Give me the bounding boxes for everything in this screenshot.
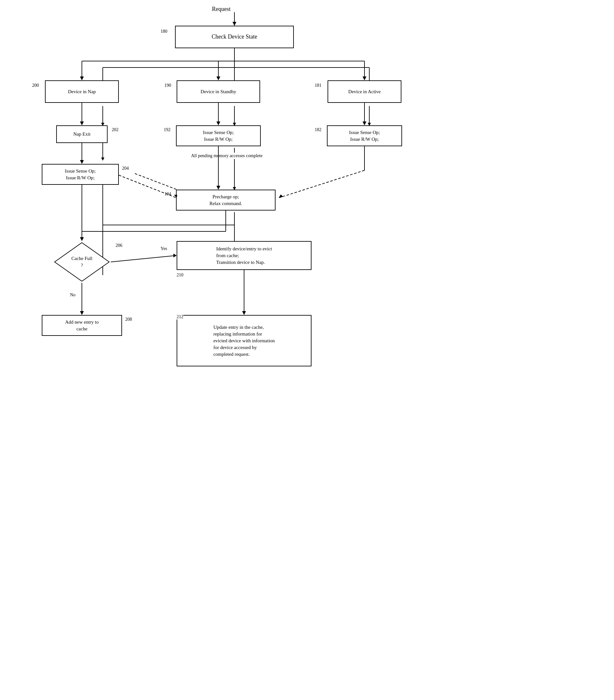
issue-sense-active-box: Issue Sense Op;Issue R/W Op;	[327, 125, 402, 146]
svg-marker-51	[216, 186, 220, 190]
device-nap-box: Device in Nap	[45, 80, 119, 103]
svg-marker-15	[101, 158, 104, 161]
request-label: Request	[212, 6, 231, 13]
device-standby-box: Device in Standby	[177, 80, 260, 103]
issue-sense-standby-box: Issue Sense Op;Issue R/W Op;	[176, 125, 261, 146]
issue-sense-active-text: Issue Sense Op;Issue R/W Op;	[349, 129, 380, 143]
no-label: No	[70, 292, 75, 298]
add-new-box: Add new entry tocache	[42, 315, 122, 336]
svg-line-53	[279, 170, 364, 198]
ref-181: 181	[315, 83, 321, 88]
add-new-text: Add new entry tocache	[65, 319, 99, 332]
ref-204: 204	[122, 166, 129, 171]
flowchart-diagram: Request Check Device State 180 Device in…	[0, 0, 614, 700]
svg-marker-45	[80, 160, 84, 164]
ref-182: 182	[315, 127, 321, 133]
update-entry-text: Update entry in the cache,replacing info…	[213, 324, 274, 358]
issue-sense-nap-box: Issue Sense Op;Issue R/W Op;	[42, 164, 119, 185]
ref-202: 202	[112, 127, 118, 133]
svg-marker-39	[216, 76, 220, 80]
issue-sense-standby-text: Issue Sense Op;Issue R/W Op;	[203, 129, 234, 143]
pending-memory-label: All pending memory accesses complete	[191, 153, 263, 159]
check-device-state-box: Check Device State	[175, 26, 294, 48]
ref-180: 180	[161, 29, 167, 34]
svg-line-62	[111, 255, 176, 262]
svg-marker-41	[362, 76, 367, 80]
svg-marker-65	[80, 311, 84, 315]
identify-evict-text: Identify device/entry to evictfrom cache…	[216, 246, 272, 266]
identify-evict-box: Identify device/entry to evictfrom cache…	[177, 241, 311, 270]
ref-190: 190	[164, 83, 171, 88]
yes-label: Yes	[161, 246, 167, 251]
svg-marker-67	[242, 311, 246, 315]
ref-208: 208	[125, 317, 132, 322]
svg-marker-54	[279, 195, 283, 198]
precharge-box: Precharge op;Relax command.	[176, 190, 276, 211]
cache-full-text: Cache Full?	[71, 255, 92, 269]
svg-marker-33	[232, 22, 236, 26]
precharge-text: Precharge op;Relax command.	[209, 193, 242, 207]
ref-194: 194	[164, 191, 171, 197]
svg-marker-63	[174, 253, 177, 258]
ref-192: 192	[164, 127, 170, 133]
ref-206: 206	[116, 243, 122, 248]
svg-marker-43	[80, 122, 84, 125]
issue-sense-nap-text: Issue Sense Op;Issue R/W Op;	[65, 168, 96, 181]
svg-marker-61	[80, 237, 84, 241]
svg-marker-37	[80, 76, 84, 80]
svg-marker-47	[216, 122, 220, 125]
ref-210: 210	[177, 273, 183, 278]
svg-marker-49	[362, 122, 367, 125]
ref-200: 200	[32, 83, 39, 88]
ref-212: 212	[177, 314, 183, 320]
device-active-box: Device in Active	[328, 80, 401, 103]
update-entry-box: Update entry in the cache,replacing info…	[177, 315, 311, 366]
cache-full-diamond: Cache Full?	[53, 241, 111, 283]
nap-exit-box: Nap Exit	[56, 125, 107, 143]
